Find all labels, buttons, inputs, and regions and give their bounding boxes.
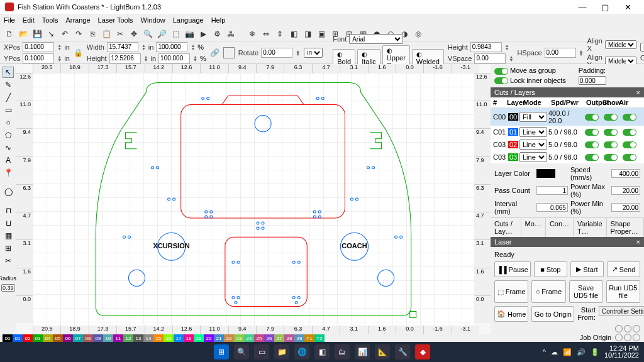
layer-row[interactable]: C0303Line5.0 / 98.0 [491,151,644,163]
pmn-input[interactable] [611,203,640,212]
move-group-toggle[interactable] [494,68,508,75]
tab-vartext[interactable]: Variable T… [574,218,607,237]
width-input[interactable] [107,42,138,52]
out-toggle[interactable] [585,114,599,121]
camera-icon[interactable]: 📷 [184,28,195,40]
menu-file[interactable]: File [4,16,15,24]
spinner-icon[interactable]: ▲▼ [57,44,62,50]
preview-icon[interactable]: ▶ [197,28,209,40]
menu-language[interactable]: Language [173,16,204,24]
out-toggle[interactable] [585,129,599,136]
close-button[interactable]: ✕ [616,3,639,12]
air-toggle[interactable] [623,154,636,161]
app5-icon[interactable]: 🔧 [395,344,410,359]
open-icon[interactable]: 📂 [18,28,29,40]
out-toggle[interactable] [585,141,599,148]
undo-icon[interactable]: ↶ [59,28,70,40]
hflip-icon[interactable]: ⇔ [260,28,272,40]
polygon-tool[interactable]: ⬠ [3,129,14,141]
offset-tool[interactable]: ◯ [3,186,14,197]
pause-button[interactable]: ▐▐ Pause [494,261,531,277]
spd-input[interactable] [611,169,640,178]
snap-icon[interactable]: ❄ [247,28,258,40]
air-toggle[interactable] [623,141,636,148]
layer-row[interactable]: C0101Line5.0 / 98.0 [491,126,644,138]
run-file-button[interactable]: Run UD5 file [606,280,640,303]
spinner-icon[interactable]: ▲▼ [142,44,146,50]
layer-swatch[interactable]: 01 [508,128,518,136]
goto-origin-button[interactable]: Go to Origin [531,306,574,322]
app1-icon[interactable]: ◧ [314,344,330,359]
layer-row[interactable]: C0000Fill400.0 / 20.0 [491,108,644,126]
radius-input[interactable] [1,284,15,292]
layer-swatch[interactable]: 03 [508,153,518,161]
edit-tool[interactable]: ✂ [3,255,14,266]
menu-tools[interactable]: Tools [42,16,58,24]
spinner-icon[interactable]: ▲▼ [579,50,584,56]
maximize-button[interactable]: ▢ [594,3,616,12]
text-tool[interactable]: A [3,155,14,166]
vflip-icon[interactable]: ⇕ [274,28,286,40]
line-tool[interactable]: ╱ [3,92,14,103]
minimize-button[interactable]: — [571,3,594,12]
fheight-input[interactable] [470,42,502,52]
array-tool[interactable]: ▦ [3,230,14,241]
xpos-input[interactable] [23,42,54,52]
paste-icon[interactable]: 📋 [101,28,112,40]
align-c-icon[interactable]: ▣ [316,28,327,40]
tray-up-icon[interactable]: ^ [543,348,546,356]
tray-cloud-icon[interactable]: ☁ [551,348,558,356]
menu-window[interactable]: Window [141,16,165,24]
grid-tool[interactable]: ⊞ [3,243,14,254]
oframe-button[interactable]: ○ Frame [531,280,565,303]
marker-tool[interactable]: 📍 [3,167,14,178]
panel-close-icon[interactable]: × [636,238,640,246]
taskview-icon[interactable]: ▭ [254,344,269,359]
tab-shape[interactable]: Shape Proper… [607,218,644,237]
app4-icon[interactable]: 📐 [375,344,390,359]
layer-swatch[interactable]: 02 [508,141,518,148]
anchor-grid[interactable] [223,47,235,58]
save-file-button[interactable]: Save UD5 file [569,280,603,303]
menu-help[interactable]: Help [211,16,226,24]
ellipse-tool[interactable]: ○ [3,117,14,128]
mode-select[interactable]: Line [519,140,547,150]
start-button[interactable]: ▶ Start [570,261,604,277]
iv-input[interactable] [536,203,568,212]
air-toggle[interactable] [623,129,636,136]
spinner-icon[interactable]: ▲▼ [193,55,197,62]
mode-select[interactable]: Line [519,152,547,162]
app2-icon[interactable]: 🗂 [335,344,350,359]
tab-move[interactable]: Mo… [521,218,546,237]
alignx-select[interactable]: Middle [605,40,636,49]
textmode-select[interactable]: Normal [640,43,644,52]
node-tool[interactable]: ✎ [3,79,14,90]
lock-inner-toggle[interactable] [494,77,508,84]
stop-button[interactable]: ■ Stop [534,261,567,277]
menu-laser-tools[interactable]: Laser Tools [98,16,133,24]
hspace-input[interactable] [545,48,576,58]
delete-icon[interactable]: ✂ [114,28,126,40]
zoom-in-icon[interactable]: 🔍 [142,28,153,40]
tray-vol-icon[interactable]: 🔊 [577,348,586,356]
redo-icon[interactable]: ↷ [73,28,84,40]
drawing-grid[interactable]: XCURSION COACH [33,73,474,326]
home-button[interactable]: 🏠 Home [494,306,528,322]
font-select[interactable]: Arial [349,34,403,44]
align-l-icon[interactable]: ◧ [288,28,299,40]
zoom-frame-icon[interactable]: ⬚ [170,28,181,40]
lc-swatch[interactable] [536,169,555,178]
show-toggle[interactable] [604,129,618,136]
spinner-icon[interactable]: ▲▼ [509,55,513,62]
lock-icon[interactable]: 🔒 [74,47,83,58]
tray-bat-icon[interactable]: 🔋 [591,348,599,356]
settings-icon[interactable]: ⚙ [211,28,223,40]
panel-close-icon[interactable]: × [636,89,640,96]
align-r-icon[interactable]: ◨ [302,28,313,40]
lightburn-icon[interactable]: ◆ [415,344,430,359]
save-icon[interactable]: 💾 [31,28,43,40]
pan-icon[interactable]: ✥ [128,28,140,40]
new-icon[interactable]: 🗋 [4,28,15,40]
menu-edit[interactable]: Edit [23,16,35,24]
bool-tool[interactable]: ⊔ [3,217,14,229]
